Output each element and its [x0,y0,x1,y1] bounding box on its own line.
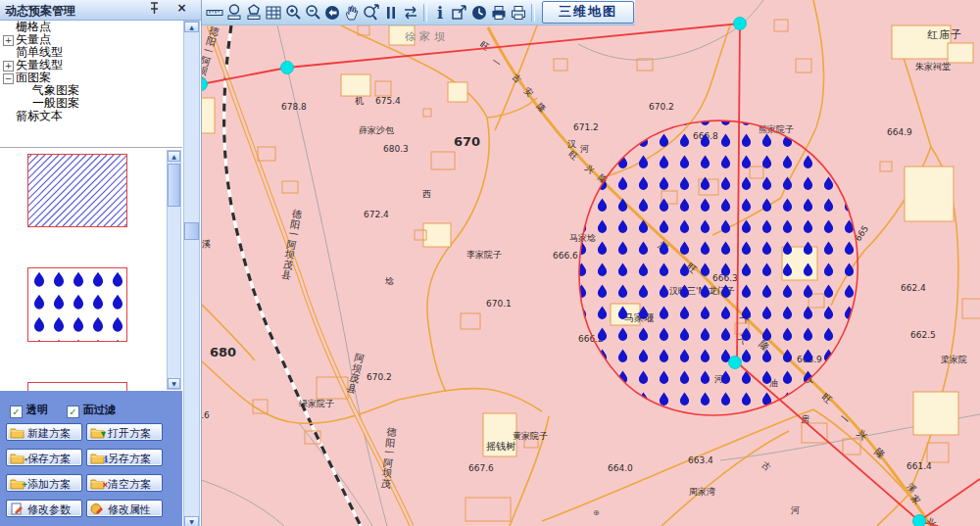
measure-area-button[interactable] [224,2,244,24]
new-plan-button[interactable]: 新建方案 [6,423,82,441]
panel-scrollbar[interactable]: ▲ ▼ [183,21,200,526]
folder-new-icon [10,426,24,439]
save-plan-button[interactable]: ▪保存方案 [6,449,82,466]
zoom-out-button[interactable] [303,2,322,24]
clear-plan-button[interactable]: ×清空方案 [86,474,163,492]
info-icon: i [430,3,450,23]
folder-saveas-icon: ℹ [90,452,105,464]
checkbox-label: 透明 [23,404,48,416]
zoom-window-button[interactable] [362,2,381,24]
pan-hand-button[interactable] [342,2,362,24]
scroll-down-icon[interactable]: ▼ [168,378,180,389]
map-canvas[interactable]: 徐家坝红庙子朱家祠堂678.8机675.4薛家沙包680.3670672.4西溪… [201,0,980,526]
tree-item-weather-pattern[interactable]: 气象图案 [0,84,182,97]
plan-control-panel: ✓ 透明✓ 面过滤新建方案▼打开方案▪保存方案ℹ另存方案+添加方案×清空方案修改… [0,391,182,526]
save-as-plan-button[interactable]: ℹ另存方案 [86,449,163,466]
folder-clear-icon: × [90,477,105,490]
previous-view-button[interactable] [322,2,342,24]
folder-add-icon: + [10,477,24,490]
vertex-handle[interactable] [729,357,742,369]
checkbox-label: 面过滤 [79,404,116,416]
toolbar-separator [423,4,427,22]
export-button[interactable] [450,2,469,24]
pin-icon[interactable] [147,2,162,17]
face-filter-checkbox[interactable]: ✓ 面过滤 [67,403,116,418]
grid-icon [264,3,283,23]
measure-length-button[interactable] [205,2,224,24]
measure-polygon-icon [244,3,264,23]
scroll-up-icon[interactable]: ▲ [184,22,199,32]
button-label: 新建方案 [27,425,71,441]
application-window: { "panel": { "title": "动态预案管理", "pin_ico… [0,0,980,526]
zoom-in-button[interactable] [283,2,303,24]
zoom-window-icon [362,3,381,23]
collapse-minus-icon[interactable]: − [3,73,14,84]
swap-arrows-icon [401,3,420,23]
svg-text:i: i [437,4,443,23]
print-icon [509,3,528,23]
pause-icon [381,3,401,23]
scroll-up-icon[interactable]: ▲ [168,151,180,162]
scroll-down-icon[interactable]: ▼ [184,516,199,526]
pause-button[interactable] [381,2,401,24]
scrollbar-thumb[interactable] [168,164,180,207]
grid-button[interactable] [264,2,283,24]
vertex-handle[interactable] [281,62,294,74]
previous-view-icon [322,3,342,23]
zoom-out-icon [303,3,322,23]
pan-hand-icon [342,3,362,23]
edit-params-icon [10,502,24,515]
pattern-swatch-drops[interactable] [27,267,127,342]
plan-tree: 栅格点+矢量点简单线型+矢量线型−面图案气象图案一般图案箭标文本 [0,21,182,146]
modify-params-button[interactable]: 修改参数 [6,500,82,517]
pattern-swatch-hatch[interactable] [27,154,127,227]
tree-item-arrow-text[interactable]: 箭标文本 [0,110,182,122]
swap-arrows-button[interactable] [401,2,420,24]
print-dark-icon [489,3,509,23]
clock-button[interactable] [469,2,489,24]
checkbox-check-icon[interactable]: ✓ [67,406,79,418]
button-label: 修改参数 [27,502,71,517]
measure-area-icon [224,3,244,23]
panel-titlebar: 动态预案管理 × [0,0,201,21]
add-plan-button[interactable]: +添加方案 [6,474,82,492]
button-label: 添加方案 [27,476,71,492]
button-label: 另存方案 [108,451,151,466]
button-label: 打开方案 [108,425,151,441]
measure-polygon-button[interactable] [244,2,264,24]
vertex-handle[interactable] [913,515,926,526]
tree-item-label: 箭标文本 [16,110,63,122]
folder-open-icon: ▼ [90,426,105,439]
button-label: 保存方案 [27,451,71,466]
pattern-list [0,147,182,392]
pattern-list-scrollbar[interactable]: ▲ ▼ [167,150,181,390]
button-label: 清空方案 [108,476,151,492]
hazard-area-circle[interactable] [579,120,858,415]
open-plan-button[interactable]: ▼打开方案 [86,423,163,441]
checkbox-check-icon[interactable]: ✓ [10,406,23,418]
toolbar-separator [531,4,535,22]
plan-boundary-segment[interactable] [919,479,980,521]
scrollbar-thumb[interactable] [184,222,199,240]
print-dark-button[interactable] [489,2,509,24]
badge-icon: ▼ [99,426,108,442]
button-label: 修改属性 [108,502,151,517]
map-toolbar: i三维地图 [201,0,635,25]
clock-icon [469,3,489,23]
map-3d-button[interactable]: 三维地图 [542,1,634,24]
tree-item-area-pattern[interactable]: −面图案 [0,72,182,84]
plan-overlay [201,0,980,526]
close-icon[interactable]: × [174,1,189,16]
edit-attrs-icon [90,502,105,515]
export-icon [450,3,469,23]
expand-plus-icon[interactable]: + [3,35,14,46]
transparent-checkbox[interactable]: ✓ 透明 [10,403,48,418]
info-button[interactable]: i [430,2,450,24]
panel-title: 动态预案管理 [5,3,75,20]
vertex-handle[interactable] [734,18,747,30]
expand-plus-icon[interactable]: + [3,61,14,72]
zoom-in-icon [283,3,303,23]
folder-save-icon: ▪ [10,452,24,464]
modify-attrs-button[interactable]: 修改属性 [86,500,163,517]
print-button[interactable] [509,2,528,24]
